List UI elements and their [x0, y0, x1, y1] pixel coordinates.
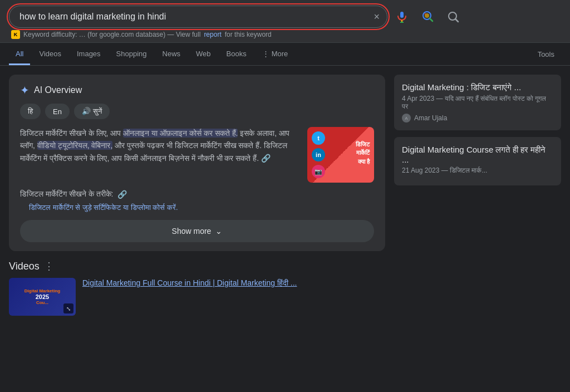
search-bar-area: × — [0, 0, 570, 43]
keyword-label: Keyword difficulty: … (for google.com da… — [23, 31, 200, 38]
tab-all[interactable]: All — [9, 43, 30, 65]
clear-button[interactable]: × — [374, 11, 380, 23]
source-avatar-1: A — [402, 114, 411, 122]
twitter-icon: t — [312, 131, 325, 145]
lang-english-button[interactable]: En — [45, 104, 70, 119]
svg-rect-0 — [400, 12, 404, 18]
search-input[interactable] — [9, 6, 387, 28]
video-fullscreen-icon: ⤡ — [63, 303, 73, 313]
video-title[interactable]: Digital Marketing Full Course in Hindi |… — [82, 278, 385, 289]
ai-overview-box: ✦ AI Overview हि En 🔊 सुनें डिजिटल मार्क… — [9, 75, 385, 251]
ai-overview-header: ✦ AI Overview — [20, 84, 374, 97]
video-thumb-text: Digital Marketing2025Cou... — [23, 287, 61, 306]
videos-header: Videos ⋮ — [9, 260, 385, 272]
right-card-1-source-name: Amar Ujala — [414, 114, 447, 122]
ai-subheading-text: डिजिटल मार्केटिंग सीखने के तरीके: — [20, 189, 113, 199]
search-box-wrapper: × — [9, 6, 387, 28]
chain-icon-1: 🔗 — [261, 154, 271, 163]
svg-line-6 — [430, 18, 433, 21]
search-bar-row: × — [9, 6, 561, 28]
search-submit-icon — [446, 10, 460, 23]
search-icons-right — [393, 8, 462, 26]
mic-icon — [395, 10, 409, 23]
video-info: Digital Marketing Full Course in Hindi |… — [82, 278, 385, 289]
ai-content-row: डिजिटल मार्केटिंग सीखने के लिए, आप ऑनलाइ… — [20, 127, 374, 183]
right-card-2: Digital Marketing Course लगते ही हर महीन… — [394, 137, 561, 185]
lang-buttons: हि En 🔊 सुनें — [20, 104, 374, 119]
more-icon: ⋮ — [262, 50, 269, 58]
right-card-1-source: A Amar Ujala — [402, 114, 553, 122]
video-thumbnail[interactable]: Digital Marketing2025Cou... ⤡ — [9, 278, 76, 316]
lang-listen-button[interactable]: 🔊 सुनें — [74, 104, 110, 119]
keyword-suffix: for this keyword — [225, 31, 272, 38]
tab-web[interactable]: Web — [189, 43, 218, 65]
lang-hindi-button[interactable]: हि — [20, 104, 41, 119]
ai-overview-title: AI Overview — [34, 85, 82, 95]
tab-videos[interactable]: Videos — [32, 43, 68, 65]
ai-list-item: डिजिटल मार्केटिंग से जुड़े सर्टिफिकेट या… — [20, 203, 374, 212]
show-more-button[interactable]: Show more ⌄ — [20, 220, 374, 242]
ai-body-text: डिजिटल मार्केटिंग सीखने के लिए, आप ऑनलाइ… — [20, 127, 299, 183]
right-card-1: Digital Marketing : डिजिट बनाएंगे ... 4 … — [394, 75, 561, 130]
right-card-2-date: 21 Aug 2023 — डिजिटल मार्क... — [402, 166, 553, 174]
ai-subheading-row: डिजिटल मार्केटिंग सीखने के तरीके: 🔗 — [20, 189, 374, 199]
ai-star-icon: ✦ — [20, 84, 30, 97]
search-button[interactable] — [444, 8, 462, 26]
linkedin-icon: in — [312, 148, 325, 161]
ai-image-text: डिजिटमार्केटिंक्या है — [353, 138, 372, 168]
show-more-label: Show more — [172, 227, 212, 236]
keyword-report-link[interactable]: report — [204, 31, 221, 38]
videos-menu-icon[interactable]: ⋮ — [44, 260, 54, 272]
tab-books[interactable]: Books — [220, 43, 253, 65]
video-item: Digital Marketing2025Cou... ⤡ Digital Ma… — [9, 278, 385, 316]
lens-button[interactable] — [419, 8, 436, 26]
instagram-icon: 📷 — [312, 165, 325, 178]
ai-image-icons: t in 📷 — [312, 131, 325, 178]
svg-line-8 — [455, 19, 458, 22]
lens-icon — [421, 10, 434, 23]
tab-images[interactable]: Images — [70, 43, 107, 65]
tools-button[interactable]: Tools — [531, 45, 561, 64]
tab-more[interactable]: ⋮ More — [255, 43, 295, 65]
chain-icon-2: 🔗 — [117, 190, 127, 199]
keyword-row: K Keyword difficulty: … (for google.com … — [9, 30, 561, 39]
videos-title: Videos — [9, 261, 40, 272]
right-card-2-desc: डिजिटल मार्क... — [450, 166, 487, 174]
right-card-1-title[interactable]: Digital Marketing : डिजिट बनाएंगे ... — [402, 82, 553, 92]
right-panel: Digital Marketing : डिजिट बनाएंगे ... 4 … — [394, 75, 561, 385]
keyword-icon: K — [11, 30, 20, 39]
tab-shopping[interactable]: Shopping — [110, 43, 154, 65]
left-panel: ✦ AI Overview हि En 🔊 सुनें डिजिटल मार्क… — [9, 75, 385, 385]
svg-point-5 — [425, 13, 426, 15]
main-content: ✦ AI Overview हि En 🔊 सुनें डिजिटल मार्क… — [0, 66, 570, 385]
tab-news[interactable]: News — [156, 43, 188, 65]
right-card-1-date: 4 Apr 2023 — यदि आप नए हैं संबंधित ब्लॉग… — [402, 95, 553, 110]
nav-tabs: All Videos Images Shopping News Web Book… — [0, 43, 570, 66]
chevron-down-icon: ⌄ — [215, 227, 222, 236]
videos-section: Videos ⋮ Digital Marketing2025Cou... ⤡ D… — [9, 260, 385, 316]
right-card-2-title[interactable]: Digital Marketing Course लगते ही हर महीन… — [402, 145, 553, 164]
mic-button[interactable] — [393, 8, 411, 26]
ai-image: t in 📷 डिजिटमार्केटिंक्या है — [307, 127, 374, 183]
